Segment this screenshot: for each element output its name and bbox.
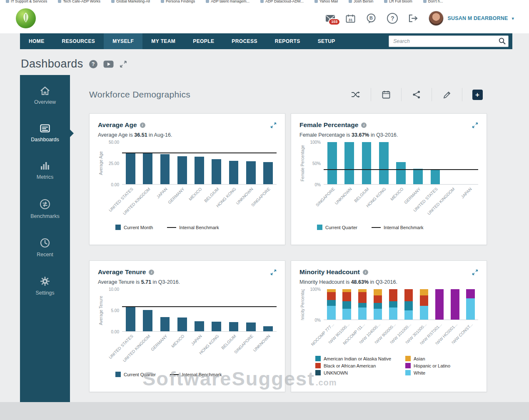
dashboards-icon (40, 124, 50, 133)
info-icon[interactable]: i (361, 122, 367, 128)
calendar-tool-icon[interactable] (371, 88, 401, 101)
metrics-icon (40, 161, 50, 170)
nav-item-my-team[interactable]: MY TEAM (142, 33, 184, 49)
nav-item-people[interactable]: PEOPLE (184, 33, 223, 49)
chart-title: Average Age (98, 121, 137, 129)
sidebar-item-benchmarks[interactable]: Benchmarks (20, 194, 70, 224)
fullscreen-icon[interactable] (120, 60, 127, 68)
favicon (349, 0, 352, 3)
expand-icon[interactable] (270, 122, 277, 128)
y-tick-label: 100% (310, 140, 321, 145)
y-axis-label: Average Tenure (98, 289, 104, 332)
mail-icon[interactable]: 103 (325, 15, 335, 22)
bar (344, 142, 354, 184)
nav-item-process[interactable]: PROCESS (223, 33, 266, 49)
bookmark-item[interactable]: ADP talent managem... (206, 0, 250, 3)
info-icon[interactable]: i (363, 270, 368, 275)
share-icon[interactable] (401, 88, 432, 101)
x-axis-labels: SINGAPOREUNKNOWNBELGIUMHONG KONGMEXICOGE… (324, 185, 478, 223)
add-button[interactable]: + (462, 88, 492, 101)
main-nav: HOMERESOURCESMYSELFMY TEAMPEOPLEPROCESSR… (20, 33, 512, 49)
sidebar-item-dashboards[interactable]: Dashboards (20, 119, 70, 147)
expand-icon[interactable] (472, 269, 478, 275)
bookmark-item[interactable]: Tech Cafe-ADP Works (58, 0, 100, 3)
message-letter: B (369, 15, 373, 20)
recent-icon (40, 238, 50, 248)
info-icon[interactable]: i (149, 270, 154, 275)
plot-area (324, 289, 478, 320)
search-input[interactable] (389, 35, 509, 47)
page-head: Dashboards ? (21, 58, 127, 70)
bar-segment (435, 289, 444, 320)
bookmark-item[interactable]: Yahoo Mail (314, 0, 338, 3)
bar (177, 156, 187, 184)
favicon (161, 0, 164, 3)
benchmark-line (324, 169, 478, 170)
bar (212, 159, 221, 184)
user-menu[interactable]: SUSAN M DEARBORNE ▾ (429, 11, 514, 26)
bar (327, 142, 337, 184)
bar (143, 310, 152, 332)
nav-item-setup[interactable]: SETUP (309, 33, 344, 49)
y-tick-label: 0% (315, 318, 321, 322)
info-icon[interactable]: i (140, 122, 145, 128)
bar (229, 161, 239, 184)
y-axis-ticks: 50.0025.000.00 (104, 142, 122, 185)
x-axis-labels: NOCOMP 777...!WW 901000...NOCOMP !11...!… (324, 320, 478, 355)
nav-item-resources[interactable]: RESOURCES (53, 33, 104, 49)
message-icon[interactable]: B (366, 13, 377, 24)
edit-icon[interactable] (432, 88, 462, 101)
expand-icon[interactable] (472, 122, 478, 128)
benchmark-line (122, 306, 277, 307)
bar-segment (389, 308, 397, 320)
calendar-day: 31 (349, 18, 353, 22)
sidebar-item-settings[interactable]: Settings (20, 272, 70, 300)
bookmark-item[interactable]: LR Full bloom (384, 0, 412, 3)
bar-segment (327, 306, 335, 320)
bar (396, 162, 406, 184)
header-actions: 103 31 B ? SUSAN M DEARBORNE (325, 3, 514, 33)
bookmark-item[interactable]: Persona Findings (161, 0, 195, 3)
bookmark-item[interactable]: Josh Bersin (349, 0, 373, 3)
x-axis-labels: UNITED STATESUNITED KINGDOMJAPANGERMANYM… (122, 185, 277, 223)
bookmark-item[interactable]: Global Marketing-All (111, 0, 150, 3)
legend-swatch (405, 370, 411, 375)
help-icon[interactable]: ? (387, 13, 398, 24)
bookmark-item[interactable]: IT Support & Services (6, 0, 47, 3)
expand-icon[interactable] (270, 269, 277, 275)
y-tick-label: 5.00 (111, 308, 119, 313)
favicon (384, 0, 387, 3)
search-icon[interactable] (499, 38, 506, 46)
sidebar-item-overview[interactable]: Overview (20, 82, 70, 110)
adp-logo[interactable] (16, 8, 36, 28)
sidebar-item-recent[interactable]: Recent (20, 233, 70, 262)
bar-segment (389, 289, 397, 301)
leaf-icon (21, 11, 31, 25)
bookmark-item[interactable]: Don't h... (423, 0, 443, 3)
shuffle-icon[interactable] (340, 88, 371, 101)
logout-icon[interactable] (408, 14, 418, 22)
bar (143, 153, 152, 184)
card-minority-headcount: Minority Headcount i Minority Headcount … (291, 260, 487, 392)
calendar-icon[interactable]: 31 (346, 14, 355, 23)
y-tick-label: 0% (315, 182, 321, 187)
nav-item-myself[interactable]: MYSELF (104, 33, 142, 49)
page-help-icon[interactable]: ? (89, 60, 97, 68)
bar-segment (342, 289, 351, 292)
bar-segment (327, 289, 335, 292)
bar-segment (342, 309, 351, 320)
nav-item-reports[interactable]: REPORTS (266, 33, 309, 49)
home-icon (40, 86, 50, 95)
card-average-tenure: Average Tenure i Average Tenure is 5.71 … (89, 260, 285, 392)
nav-item-home[interactable]: HOME (20, 33, 53, 49)
bar-segment (342, 292, 351, 301)
bookmark-item[interactable]: ADP Datacloud-ADM... (260, 0, 304, 3)
average-tenure-chart: Average Tenure10.005.000.00UNITED STATES… (98, 289, 277, 370)
favicon (314, 0, 318, 3)
video-icon[interactable] (103, 60, 114, 68)
sidebar-item-metrics[interactable]: Metrics (20, 157, 70, 185)
sidebar-item-label: Settings (35, 290, 54, 296)
bar-segment (358, 292, 367, 303)
page-title: Dashboards (21, 58, 83, 70)
y-axis-ticks: 10.005.000.00 (104, 289, 122, 332)
